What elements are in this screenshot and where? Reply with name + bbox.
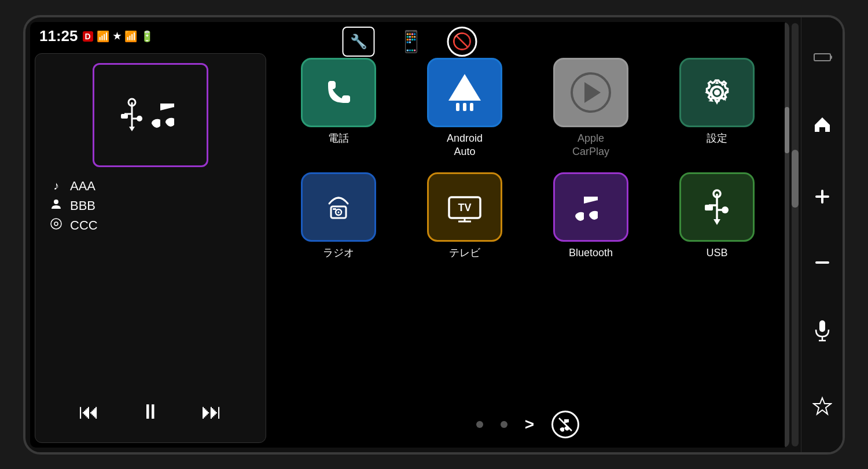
svg-point-8 (51, 219, 61, 229)
tv-label: テレビ (449, 246, 480, 260)
track-name-aaa: AAA (70, 179, 95, 194)
svg-point-5 (137, 116, 142, 121)
track-info: ♪ AAA BBB (45, 179, 256, 233)
bluetooth-icon-box (553, 172, 628, 242)
settings-icon-box (679, 58, 755, 127)
bluetooth-label: Bluetooth (569, 246, 613, 260)
svg-rect-31 (815, 195, 829, 198)
no-music-button[interactable] (551, 411, 579, 438)
app-android-auto[interactable]: AndroidAuto (406, 58, 523, 159)
screen-scrollbar[interactable] (785, 22, 789, 448)
usb-label: USB (706, 246, 727, 260)
radio-icon-box (301, 172, 376, 242)
gear-icon (699, 75, 735, 110)
battery-icon: 🔋 (141, 30, 153, 43)
home-button[interactable] (812, 115, 832, 134)
status-time: 11:25 (39, 27, 78, 45)
device-scrollbar-thumb (792, 150, 799, 208)
tv-icon-box: TV (427, 172, 502, 242)
plus-button[interactable] (814, 188, 831, 205)
svg-marker-6 (129, 127, 135, 131)
carplay-label: AppleCarPlay (572, 132, 609, 159)
next-page-arrow[interactable]: > (525, 415, 534, 434)
usb-app-icon (701, 189, 733, 225)
disc-icon (49, 218, 63, 232)
page-dot-1[interactable] (476, 421, 483, 428)
next-button[interactable]: ⏭ (201, 400, 222, 424)
apps-grid-row1: 電話 (275, 53, 780, 164)
android-auto-icon-box (427, 58, 502, 127)
carplay-inner (571, 72, 611, 113)
svg-point-27 (722, 206, 729, 213)
device-frame: 11:25 D 📶 ★ 📶 🔋 🔧 📱 🚫 (23, 15, 845, 455)
svg-marker-36 (814, 398, 831, 414)
star-button[interactable] (812, 396, 832, 416)
no-signal-circle[interactable]: 🚫 (447, 27, 477, 57)
page-dot-2[interactable] (501, 421, 507, 428)
battery-tip (830, 56, 832, 59)
app-phone[interactable]: 電話 (280, 58, 397, 159)
phone-label: 電話 (328, 132, 349, 145)
usb-icon-box (679, 172, 755, 242)
settings-icon-box[interactable]: 🔧 (343, 27, 375, 57)
svg-text:TV: TV (458, 202, 471, 213)
wrench-icon: 🔧 (350, 34, 367, 50)
minus-button[interactable] (814, 259, 831, 266)
android-bars (456, 103, 473, 111)
track-item-ccc: CCC (49, 218, 252, 233)
svg-point-16 (338, 212, 340, 213)
status-bar: 11:25 D 📶 ★ 📶 🔋 🔧 📱 🚫 (30, 22, 789, 51)
app-carplay[interactable]: AppleCarPlay (532, 58, 649, 159)
track-item-aaa: ♪ AAA (49, 179, 252, 194)
bluetooth-icon2: ★ (113, 31, 121, 42)
carplay-play-icon (584, 82, 601, 103)
svg-point-9 (54, 222, 58, 226)
album-art (93, 63, 208, 167)
status-icons: D 📶 ★ 📶 🔋 (83, 30, 153, 43)
svg-point-12 (714, 90, 720, 95)
android-bar-2 (463, 103, 466, 111)
right-sidebar (801, 17, 843, 452)
no-music-icon (557, 416, 573, 433)
device-scrollbar[interactable] (792, 23, 799, 446)
radio-label: ラジオ (323, 246, 354, 260)
app-settings[interactable]: 設定 (659, 58, 775, 159)
svg-rect-25 (705, 205, 713, 211)
pause-button[interactable]: ⏸ (140, 400, 161, 424)
carplay-icon-box (553, 58, 628, 127)
mic-button[interactable] (814, 319, 831, 342)
svg-rect-32 (815, 261, 829, 264)
svg-rect-17 (333, 208, 336, 210)
prev-button[interactable]: ⏮ (79, 400, 100, 424)
svg-marker-28 (713, 219, 720, 225)
settings-label: 設定 (707, 132, 727, 145)
bluetooth-icon: 📶 (97, 30, 109, 43)
apps-grid-row2: ラジオ TV (275, 168, 780, 264)
person-icon (49, 198, 63, 213)
track-name-bbb: BBB (70, 198, 95, 213)
main-content: ♪ AAA BBB (30, 51, 789, 448)
svg-point-7 (54, 200, 58, 204)
star-icon (812, 396, 832, 416)
no-signal-icon: 🚫 (452, 32, 472, 51)
app-radio[interactable]: ラジオ (280, 172, 397, 260)
mic-icon (814, 319, 831, 342)
app-tv[interactable]: TV テレビ (406, 172, 523, 260)
phone-outline-icon[interactable]: 📱 (398, 29, 424, 54)
screen-scrollbar-thumb (785, 107, 789, 153)
app-bluetooth[interactable]: Bluetooth (532, 172, 649, 260)
bt-music-icon (573, 190, 608, 224)
music-note-small-icon: ♪ (49, 179, 63, 193)
left-panel: ♪ AAA BBB (35, 53, 266, 443)
radio-icon (321, 189, 356, 225)
android-auto-inner (448, 74, 481, 111)
usb-icon (117, 98, 146, 132)
app-usb[interactable]: USB (659, 172, 775, 260)
android-bar-1 (456, 103, 459, 111)
right-panel: 電話 (271, 51, 789, 448)
phone-icon (322, 76, 355, 109)
android-triangle (448, 74, 481, 101)
player-controls: ⏮ ⏸ ⏭ (45, 390, 256, 433)
music-note-icon (149, 98, 183, 132)
battery-indicator (814, 53, 831, 61)
